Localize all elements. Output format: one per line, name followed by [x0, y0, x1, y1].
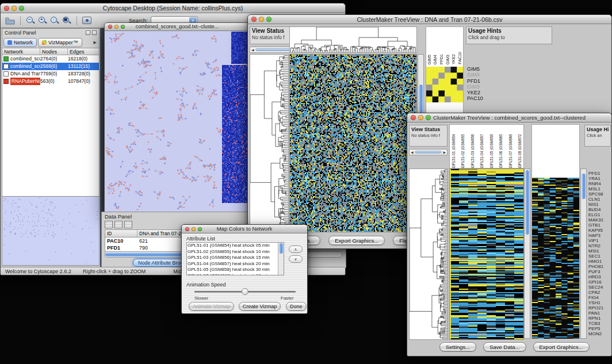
zoom-in-icon[interactable]: + — [38, 16, 47, 25]
gene-label[interactable]: VIP1 — [588, 238, 611, 243]
gene-label[interactable]: PEP5 — [588, 326, 611, 331]
treeview1-titlebar[interactable]: ClusterMaker TreeView : DNA and Tran 07-… — [248, 15, 611, 24]
close-icon[interactable] — [411, 115, 416, 120]
gene-label[interactable]: MSI1 — [588, 248, 611, 254]
row-dendrogram[interactable] — [250, 54, 289, 232]
scroll-right-icon[interactable]: ▶ — [443, 150, 446, 154]
heatmap-vscrollbar[interactable] — [524, 168, 530, 339]
move-up-button[interactable]: ∧ — [289, 246, 303, 253]
gene-label[interactable]: YRA1 — [588, 176, 611, 181]
maximize-icon[interactable] — [426, 115, 431, 120]
scroll-left-icon[interactable]: ◀ — [251, 48, 254, 52]
gene-label[interactable]: HAP3 — [588, 233, 611, 238]
gene-label[interactable]: YSH1 — [588, 300, 611, 305]
gene-label[interactable]: MAK31 — [588, 217, 611, 223]
zoom-selection-icon[interactable]: ▫ — [50, 16, 59, 25]
gene-label[interactable]: MON2 — [588, 331, 611, 336]
attribute-list-item[interactable]: GPL51-05 (GSM858) heat shock 30 min — [188, 267, 277, 273]
scrollbar-thumb[interactable] — [279, 243, 283, 254]
attribute-formula-icon[interactable] — [114, 221, 123, 228]
gene-label[interactable]: RPN1 — [588, 316, 611, 321]
tab-overflow-icon[interactable]: ▶ — [94, 40, 98, 45]
network-canvas[interactable] — [105, 31, 250, 212]
treeview-action-button[interactable]: Export Graphics... — [533, 342, 590, 351]
control-panel-tab[interactable]: Network — [3, 38, 37, 47]
scroll-left-icon[interactable]: ◀ — [411, 150, 414, 154]
gene-label[interactable]: FIG4 — [588, 295, 611, 300]
close-icon[interactable] — [4, 6, 9, 11]
gene-label[interactable]: NIS1 — [588, 202, 611, 207]
scrollbar-thumb[interactable] — [525, 170, 529, 235]
network-view-titlebar[interactable]: combined_scores_good.txt--cluste... — [105, 23, 250, 31]
slider-handle[interactable] — [242, 288, 248, 295]
gene-label[interactable]: TCB3 — [588, 321, 611, 326]
zoom-fit-icon[interactable]: ▣ — [62, 16, 71, 25]
attribute-list-item[interactable]: GPL51-07 (GSM868) heat shock 60 min — [188, 273, 277, 275]
expression-heatmap[interactable] — [449, 168, 524, 340]
maximize-icon[interactable] — [266, 17, 271, 22]
animate-vizmap-button[interactable]: Animate Vizmap — [189, 302, 234, 311]
gene-label[interactable]: NTR2 — [588, 243, 611, 248]
move-down-button[interactable]: ∨ — [289, 255, 303, 263]
minimize-icon[interactable] — [114, 25, 118, 29]
gene-label[interactable]: RNR4 — [588, 181, 611, 186]
list-scrollbar[interactable] — [278, 243, 284, 275]
gene-label[interactable]: CLN1 — [588, 197, 611, 202]
close-icon[interactable] — [108, 25, 112, 29]
dialog-titlebar[interactable]: Map Colors to Network — [182, 225, 307, 233]
gene-label[interactable]: KAP95 — [588, 228, 611, 233]
network-overview-thumbnail[interactable] — [3, 198, 98, 263]
animation-speed-slider[interactable] — [194, 288, 296, 295]
gene-label[interactable]: RPO21 — [588, 305, 611, 311]
row-dendrogram[interactable] — [409, 168, 448, 340]
close-panel-icon[interactable] — [92, 30, 97, 35]
zoom-out-icon[interactable]: − — [26, 16, 35, 25]
gene-label[interactable]: HRD3 — [588, 274, 611, 279]
expression-heatmap[interactable] — [289, 54, 417, 232]
gene-label[interactable]: CPA2 — [588, 290, 611, 295]
gene-label[interactable]: HMG1 — [588, 259, 611, 264]
network-list-row[interactable]: RNAPuberNov2 563(0) 107847(0) — [2, 78, 99, 85]
network-list-row[interactable]: combined_sco 2569(6) 13112(15) — [2, 63, 99, 70]
secondary-vscrollbar[interactable] — [580, 168, 587, 339]
gene-label[interactable]: SPC98 — [588, 191, 611, 197]
minimize-icon[interactable] — [12, 6, 17, 11]
snapshot-icon[interactable] — [82, 17, 91, 24]
minimize-icon[interactable] — [259, 17, 264, 22]
gene-label[interactable]: SEC24 — [588, 285, 611, 290]
column-header[interactable]: Network — [2, 48, 40, 55]
open-folder-icon[interactable] — [5, 17, 15, 25]
gene-label[interactable]: BUD4 — [588, 207, 611, 212]
attribute-list-item[interactable]: GPL51-02 (GSM855) heat shock 10 min — [188, 249, 277, 255]
treeview-action-button[interactable]: Export Graphics... — [328, 236, 385, 245]
gene-label[interactable]: ELG1 — [588, 212, 611, 217]
attribute-column-header[interactable]: ID — [105, 230, 137, 237]
treeview-action-button[interactable]: Save Data... — [483, 342, 526, 351]
treeview2-titlebar[interactable]: ClusterMaker TreeView : combined_scores_… — [407, 113, 611, 122]
column-dendrogram[interactable] — [289, 26, 417, 53]
attribute-list-item[interactable]: GPL51-03 (GSM856) heat shock 15 min — [188, 255, 277, 261]
gene-label[interactable]: SEC1 — [588, 254, 611, 259]
dendrogram-h-scrollbar[interactable]: ◀ ▶ — [409, 149, 447, 155]
maximize-icon[interactable] — [121, 25, 125, 29]
gene-label[interactable]: PAN1 — [588, 311, 611, 316]
gene-label[interactable]: PFD1 — [588, 171, 611, 176]
scrollbar-thumb[interactable] — [415, 151, 442, 154]
attribute-list[interactable]: GPL51-01 (GSM854) heat shock 05 minGPL51… — [186, 242, 284, 275]
maximize-icon[interactable] — [19, 6, 24, 11]
column-header[interactable]: Nodes — [40, 48, 68, 55]
float-panel-icon[interactable] — [86, 30, 90, 35]
control-panel-tab[interactable]: VizMapper™ — [38, 38, 82, 47]
treeview-action-button[interactable]: Settings... — [439, 342, 476, 351]
create-vizmap-button[interactable]: Create Vizmap — [239, 302, 281, 311]
correlation-matrix[interactable] — [426, 67, 463, 102]
gene-label[interactable]: PUF3 — [588, 269, 611, 274]
main-titlebar[interactable]: Cytoscape Desktop (Session Name: collins… — [1, 3, 345, 13]
column-header[interactable]: Edges — [68, 48, 99, 55]
secondary-heatmap[interactable] — [532, 178, 579, 339]
done-button[interactable]: Done — [286, 302, 307, 311]
maximize-icon[interactable] — [198, 227, 202, 231]
attribute-list-item[interactable]: GPL51-04 (GSM857) heat shock 20 min — [188, 261, 277, 267]
minimize-icon[interactable] — [192, 227, 196, 231]
attribute-matrix-icon[interactable] — [124, 221, 132, 228]
